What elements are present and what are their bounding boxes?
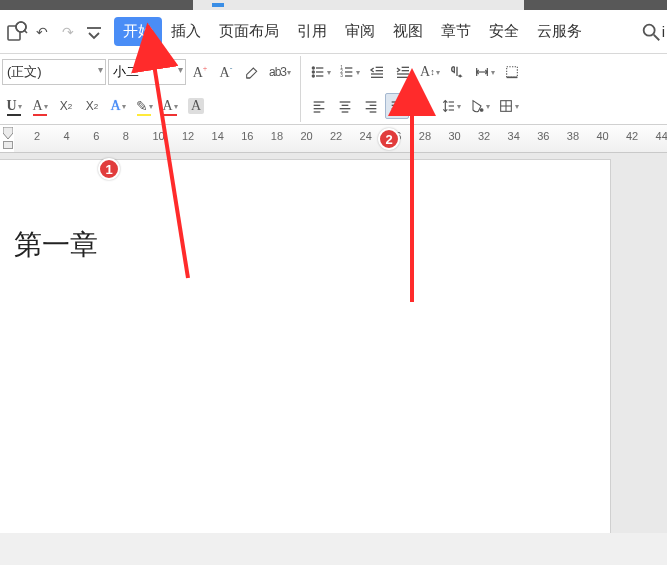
align-justify-button[interactable] — [385, 93, 409, 119]
ruler-tick-label: 34 — [508, 130, 520, 142]
menu-row: ↶ ↷ 开始 插入 页面布局 引用 审阅 视图 章节 安全 云服务 i — [0, 10, 667, 54]
redo-button[interactable]: ↷ — [56, 20, 80, 44]
annotation-badge-2: 2 — [378, 128, 400, 150]
svg-rect-31 — [506, 67, 517, 78]
tab-section[interactable]: 章节 — [432, 17, 480, 46]
align-left-button[interactable] — [307, 93, 331, 119]
search-text-fragment: i — [662, 23, 665, 40]
borders-bottom-button[interactable] — [500, 59, 524, 85]
font-name-value: (正文) — [7, 63, 42, 81]
paragraph-group: ▾ 1 2 3 ▾ — [300, 56, 524, 122]
svg-line-3 — [24, 30, 27, 33]
svg-point-8 — [312, 67, 314, 69]
ruler-tick-label: 40 — [596, 130, 608, 142]
svg-point-12 — [312, 75, 314, 77]
svg-text:3: 3 — [340, 73, 343, 78]
quickaccess-icon[interactable] — [4, 20, 28, 44]
tab-security[interactable]: 安全 — [480, 17, 528, 46]
svg-marker-61 — [3, 127, 13, 139]
borders-button[interactable]: ▾ — [495, 93, 522, 119]
chevron-down-icon: ▾ — [98, 64, 103, 75]
bullets-button[interactable]: ▾ — [307, 59, 334, 85]
tab-reference[interactable]: 引用 — [288, 17, 336, 46]
indent-marker-icon[interactable] — [3, 127, 13, 139]
tab-start[interactable]: 开始 — [114, 17, 162, 46]
svg-point-10 — [312, 71, 314, 73]
subscript-button[interactable]: X2 — [80, 93, 104, 119]
superscript-button[interactable]: X2 — [54, 93, 78, 119]
char-shading-button[interactable]: A — [184, 93, 208, 119]
horizontal-ruler[interactable]: 2468101214161820222426283032343638404244 — [0, 125, 667, 153]
line-spacing-button[interactable]: ▾ — [437, 93, 464, 119]
char-spacing-button[interactable]: ▾ — [471, 59, 498, 85]
text-effects-button[interactable]: A▾ — [106, 93, 130, 119]
ruler-tick-label: 38 — [567, 130, 579, 142]
ruler-tick-label: 42 — [626, 130, 638, 142]
ltr-direction-button[interactable] — [445, 59, 469, 85]
svg-point-57 — [480, 109, 483, 112]
ruler-tick-label: 24 — [360, 130, 372, 142]
ruler-tick-label: 28 — [419, 130, 431, 142]
annotation-badge-1: 1 — [98, 158, 120, 180]
svg-point-5 — [643, 24, 654, 35]
font-group: (正文) ▾ 小二 ▾ A+ A- ab3▾ — [2, 56, 294, 122]
ruler-tick-label: 14 — [212, 130, 224, 142]
shading-button[interactable]: ▾ — [466, 93, 493, 119]
ruler-tick-label: 4 — [64, 130, 70, 142]
ruler-tick-label: 18 — [271, 130, 283, 142]
grow-font-button[interactable]: A+ — [188, 59, 212, 85]
ruler-tick-label: 44 — [656, 130, 667, 142]
font-size-combo[interactable]: 小二 ▾ — [108, 59, 186, 85]
ruler-tick-label: 6 — [93, 130, 99, 142]
page[interactable]: 第一章 — [0, 159, 611, 533]
chevron-down-icon: ▾ — [178, 64, 183, 75]
heading-text[interactable]: 第一章 — [14, 226, 98, 264]
font-color-button[interactable]: A ▾ — [158, 93, 182, 119]
tab-view[interactable]: 视图 — [384, 17, 432, 46]
search-icon[interactable] — [640, 21, 662, 43]
highlight-button[interactable]: ✎ ▾ — [132, 93, 156, 119]
underline-button[interactable]: U ▾ — [2, 93, 26, 119]
align-right-button[interactable] — [359, 93, 383, 119]
ruler-tick-label: 32 — [478, 130, 490, 142]
document-area: 第一章 — [0, 153, 667, 533]
phonetic-guide-button[interactable]: ab3▾ — [266, 59, 294, 85]
ruler-tick-label: 30 — [448, 130, 460, 142]
undo-button[interactable]: ↶ — [30, 20, 54, 44]
increase-indent-button[interactable] — [391, 59, 415, 85]
numbering-button[interactable]: 1 2 3 ▾ — [336, 59, 363, 85]
ribbon-toolbar: (正文) ▾ 小二 ▾ A+ A- ab3▾ — [0, 54, 667, 125]
ruler-tick-label: 8 — [123, 130, 129, 142]
ruler-tick-label: 2 — [34, 130, 40, 142]
tab-cloud[interactable]: 云服务 — [528, 17, 591, 46]
tab-review[interactable]: 审阅 — [336, 17, 384, 46]
left-margin-marker[interactable] — [3, 141, 13, 149]
font-effects-button[interactable]: A ▾ — [28, 93, 52, 119]
shrink-font-button[interactable]: A- — [214, 59, 238, 85]
ruler-tick-label: 10 — [152, 130, 164, 142]
ruler-tick-label: 16 — [241, 130, 253, 142]
ribbon-tabs: 开始 插入 页面布局 引用 审阅 视图 章节 安全 云服务 — [114, 17, 591, 46]
svg-line-6 — [653, 34, 659, 40]
font-size-value: 小二 — [113, 63, 139, 81]
font-name-combo[interactable]: (正文) ▾ — [2, 59, 106, 85]
text-direction-button[interactable]: A↕▾ — [417, 59, 443, 85]
clear-format-button[interactable] — [240, 59, 264, 85]
decrease-indent-button[interactable] — [365, 59, 389, 85]
align-center-button[interactable] — [333, 93, 357, 119]
ruler-tick-label: 20 — [300, 130, 312, 142]
align-distribute-button[interactable] — [411, 93, 435, 119]
ruler-tick-label: 36 — [537, 130, 549, 142]
tab-insert[interactable]: 插入 — [162, 17, 210, 46]
ruler-tick-label: 12 — [182, 130, 194, 142]
tab-layout[interactable]: 页面布局 — [210, 17, 288, 46]
ruler-tick-label: 22 — [330, 130, 342, 142]
window-titlebar — [0, 0, 667, 10]
customize-qat-button[interactable] — [82, 20, 106, 44]
